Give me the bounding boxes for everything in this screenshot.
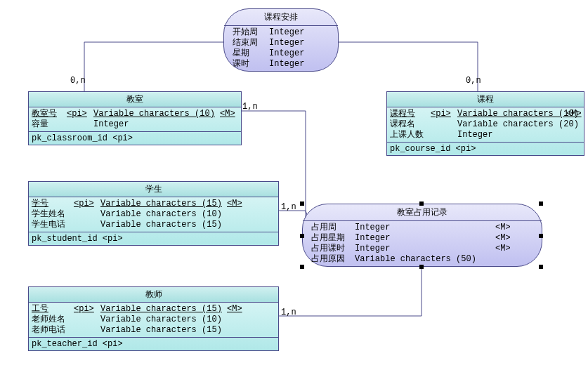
cardinality-label: 1,n xyxy=(281,308,296,317)
selection-handle[interactable] xyxy=(539,265,543,269)
selection-handle[interactable] xyxy=(300,234,304,238)
selection-handle[interactable] xyxy=(300,265,304,269)
relationship-title: 课程安排 xyxy=(224,9,338,26)
selection-handle[interactable] xyxy=(419,201,424,206)
diagram-canvas: { "relationship1": { "title": "课程安排", "r… xyxy=(0,0,588,370)
entity-pk: pk_classroom_id <pi> xyxy=(29,131,241,145)
entity-pk: pk_student_id <pi> xyxy=(29,232,278,245)
cardinality-label: 0,n xyxy=(70,76,86,86)
entity-pk: pk_teacher_id <pi> xyxy=(29,337,278,350)
entity-course: 课程 课程号<pi>Variable characters (10)<M> 课程… xyxy=(386,91,584,156)
selection-handle[interactable] xyxy=(539,201,543,206)
selection-handle[interactable] xyxy=(300,201,304,206)
entity-title: 教室 xyxy=(29,92,241,107)
cardinality-label: 1,n xyxy=(281,202,296,212)
selection-handle[interactable] xyxy=(419,265,424,269)
entity-title: 教师 xyxy=(29,287,278,303)
entity-title: 学生 xyxy=(29,182,278,197)
relationship-body: 开始周Integer 结束周Integer 星期Integer 课时Intege… xyxy=(224,26,338,71)
entity-classroom: 教室 教室号<pi>Variable characters (10)<M> 容量… xyxy=(28,91,242,145)
entity-student: 学生 学号<pi>Variable characters (15)<M> 学生姓… xyxy=(28,181,279,246)
cardinality-label: 1,n xyxy=(242,102,258,112)
relationship-course-schedule: 课程安排 开始周Integer 结束周Integer 星期Integer 课时I… xyxy=(223,8,339,72)
selection-handle[interactable] xyxy=(539,234,543,238)
cardinality-label: 0,n xyxy=(466,76,481,86)
relationship-classroom-usage[interactable]: 教室占用记录 占用周Integer<M> 占用星期Integer<M> 占用课时… xyxy=(302,204,542,267)
entity-pk: pk_course_id <pi> xyxy=(387,142,584,155)
entity-teacher: 教师 工号<pi>Variable characters (15)<M> 老师姓… xyxy=(28,286,279,351)
relationship-title: 教室占用记录 xyxy=(303,204,542,221)
entity-title: 课程 xyxy=(387,92,584,107)
